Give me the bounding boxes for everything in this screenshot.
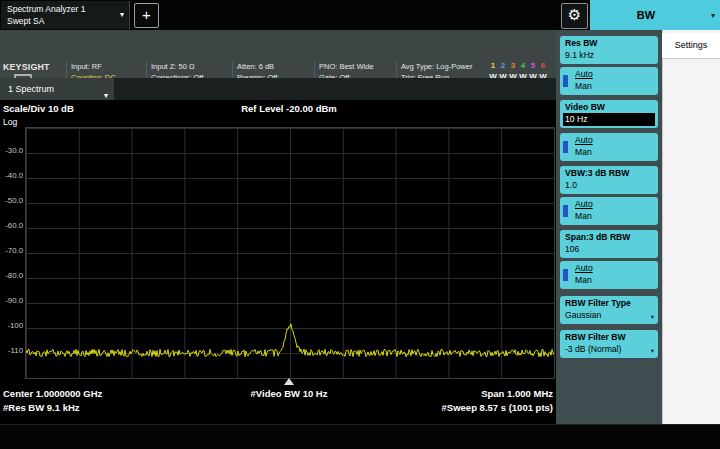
app-title-tab[interactable]: Spectrum Analyzer 1 Swept SA ▾ (1, 1, 130, 29)
rbw-filter-bw-label: RBW Filter BW (565, 332, 626, 342)
auto-indicator (563, 75, 568, 87)
spectrum-trace (26, 324, 554, 357)
y-axis-label: -100 (0, 321, 23, 330)
video-bw-label: Video BW (565, 102, 605, 112)
trace-number: 1 (488, 61, 498, 72)
app-title-line1: Spectrum Analyzer 1 (7, 4, 85, 14)
man-option[interactable]: Man (575, 147, 592, 157)
vbw-3db-rbw-label: VBW:3 dB RBW (565, 168, 629, 178)
span-3db-rbw-value: 106 (565, 244, 579, 254)
man-option[interactable]: Man (575, 275, 592, 285)
bw-menu-label: BW (590, 0, 702, 30)
y-axis-label: -40.0 (0, 171, 23, 180)
status-line: Atten: 6 dB (237, 61, 315, 72)
bw-menu-button[interactable]: BW ▾ (590, 0, 720, 30)
bottom-toolbar: ↩ ↶ ↷ ? (0, 424, 720, 449)
ref-level-readout[interactable]: Ref Level -20.00 dBm (25, 103, 553, 114)
auto-indicator (563, 205, 568, 217)
chevron-down-icon: ▾ (651, 347, 654, 355)
vbw-3db-rbw-value: 1.0 (565, 180, 577, 190)
rbw-filter-type-label: RBW Filter Type (565, 298, 631, 308)
y-axis-label: -60.0 (0, 221, 23, 230)
res-bw-auto-man-toggle[interactable]: Auto Man (560, 67, 658, 95)
man-option[interactable]: Man (575, 211, 592, 221)
auto-option[interactable]: Auto (575, 135, 593, 145)
rbw-filter-type-value: Gaussian (565, 310, 601, 320)
man-option[interactable]: Man (575, 81, 592, 91)
res-bw-value: 9.1 kHz (565, 50, 594, 60)
res-bw-button[interactable]: Res BW 9.1 kHz (560, 36, 658, 64)
spectrum-analyzer-screen: Spectrum Analyzer 1 Swept SA ▾ + ⚙ BW ▾ … (0, 0, 720, 449)
y-axis-label: -30.0 (0, 146, 23, 155)
auto-option[interactable]: Auto (575, 263, 593, 273)
trace-number: 4 (518, 61, 528, 72)
trace-number: 2 (498, 61, 508, 72)
status-line: PNO: Best Wide (319, 61, 397, 72)
span-readout[interactable]: Span 1.000 MHz (25, 388, 553, 399)
auto-option[interactable]: Auto (575, 199, 593, 209)
span-3db-rbw-button[interactable]: Span:3 dB RBW 106 (560, 230, 658, 258)
measurement-selector-label: 1 Spectrum (8, 78, 54, 100)
top-bar: Spectrum Analyzer 1 Swept SA ▾ + ⚙ BW ▾ (0, 0, 720, 30)
trace-number: 3 (508, 61, 518, 72)
y-axis-labels: -30.0-40.0-50.0-60.0-70.0-80.0-90.0-100-… (0, 127, 23, 377)
y-axis-label: -80.0 (0, 271, 23, 280)
measurement-selector[interactable]: 1 Spectrum ▾ (0, 78, 114, 100)
y-axis-label: -50.0 (0, 196, 23, 205)
status-line: Input: RF (71, 61, 147, 72)
status-bar: KEYSIGHT Input: RF Coupling: DC Align: A… (0, 30, 556, 78)
side-panel-tab-strip (662, 30, 720, 424)
trace-svg (26, 128, 554, 378)
auto-option[interactable]: Auto (575, 69, 593, 79)
video-bw-auto-man-toggle[interactable]: Auto Man (560, 133, 658, 161)
y-axis-label: -90.0 (0, 296, 23, 305)
auto-indicator (563, 141, 568, 153)
vbw-3db-rbw-button[interactable]: VBW:3 dB RBW 1.0 (560, 166, 658, 194)
rbw-filter-type-dropdown[interactable]: RBW Filter Type Gaussian ▾ (560, 296, 658, 324)
y-axis-label: -110 (0, 346, 23, 355)
trace-numbers-row: 1 2 3 4 5 6 (488, 61, 554, 72)
status-line: Avg Type: Log-Power (401, 61, 491, 72)
chevron-down-icon: ▾ (711, 11, 715, 20)
rbw-filter-bw-dropdown[interactable]: RBW Filter BW -3 dB (Normal) ▾ (560, 330, 658, 358)
y-axis-label: -70.0 (0, 246, 23, 255)
tab-settings[interactable]: Settings (662, 33, 720, 59)
center-frequency-marker-icon (284, 378, 294, 385)
span-3db-rbw-label: Span:3 dB RBW (565, 232, 630, 242)
auto-indicator (563, 269, 568, 281)
video-bw-button[interactable]: Video BW 10 Hz (560, 100, 658, 128)
brand-name: KEYSIGHT (3, 62, 65, 72)
app-title-line2: Swept SA (7, 16, 44, 26)
res-bw-label: Res BW (565, 38, 597, 48)
span-3db-rbw-auto-man-toggle[interactable]: Auto Man (560, 261, 658, 289)
sweep-readout[interactable]: #Sweep 8.57 s (1001 pts) (25, 402, 553, 413)
rbw-filter-bw-value: -3 dB (Normal) (565, 344, 621, 354)
status-line: Input Z: 50 Ω (151, 61, 233, 72)
vbw-3db-rbw-auto-man-toggle[interactable]: Auto Man (560, 197, 658, 225)
trace-number: 6 (538, 61, 548, 72)
chevron-down-icon: ▾ (651, 313, 654, 321)
video-bw-value-field[interactable]: 10 Hz (563, 113, 655, 126)
trace-number: 5 (528, 61, 538, 72)
chevron-down-icon: ▾ (120, 10, 124, 19)
graph-area: Scale/Div 10 dB Ref Level -20.00 dBm Log… (0, 100, 556, 424)
log-scale-label: Log (3, 117, 17, 127)
gear-icon[interactable]: ⚙ (561, 3, 588, 29)
add-tab-button[interactable]: + (134, 3, 159, 28)
